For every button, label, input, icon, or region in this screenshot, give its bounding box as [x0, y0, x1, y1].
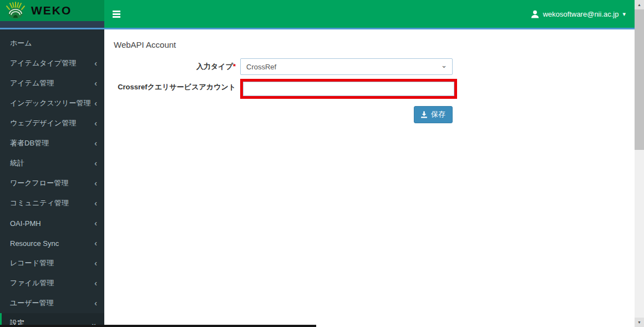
sidebar-item-label: ファイル管理 — [10, 278, 54, 288]
sidebar-item-label: ユーザー管理 — [10, 298, 54, 308]
scroll-down-icon[interactable]: ▼ — [635, 318, 644, 327]
sidebar-item-label: 統計 — [10, 158, 24, 168]
webapi-account-form: 入力タイプ* CrossRef ⌄ Crossrefクエリサービスアカウント — [104, 58, 635, 123]
sidebar-item-index-tree-management[interactable]: インデックスツリー管理 ‹ — [0, 93, 104, 113]
sidebar-item-item-management[interactable]: アイテム管理 ‹ — [0, 73, 104, 93]
chevron-left-icon: ‹ — [94, 199, 97, 207]
page-title: WebAPI Account — [114, 40, 635, 49]
chevron-left-icon: ‹ — [94, 279, 97, 287]
logo-bottom-strip — [0, 21, 104, 28]
brand-logo-area[interactable]: WEKO — [0, 0, 104, 28]
sidebar-item-community-management[interactable]: コミュニティ管理 ‹ — [0, 193, 104, 213]
top-header: WEKO wekosoftware@nii.ac.jp ▾ — [0, 0, 635, 29]
sidebar-item-label: ホーム — [10, 38, 32, 48]
main-content: WebAPI Account 入力タイプ* CrossRef ⌄ Crossre… — [104, 29, 635, 327]
sidebar-item-label: インデックスツリー管理 — [10, 98, 90, 108]
crossref-account-input[interactable] — [243, 82, 454, 96]
sidebar-item-label: ウェブデザイン管理 — [10, 118, 76, 128]
save-button[interactable]: 保存 — [414, 106, 453, 123]
sidebar-nav: ホーム アイテムタイプ管理 ‹ アイテム管理 ‹ インデックスツリー管理 ‹ ウ… — [0, 29, 104, 327]
sidebar-item-author-db-management[interactable]: 著者DB管理 ‹ — [0, 133, 104, 153]
chevron-left-icon: ‹ — [94, 79, 97, 87]
sidebar-item-label: コミュニティ管理 — [10, 198, 69, 208]
top-navbar: wekosoftware@nii.ac.jp ▾ — [104, 0, 635, 28]
sidebar-item-item-type-management[interactable]: アイテムタイプ管理 ‹ — [0, 53, 104, 73]
sidebar-item-label: Resource Sync — [10, 239, 59, 248]
sidebar-item-label: アイテム管理 — [10, 78, 54, 88]
sidebar-toggle-button[interactable] — [104, 0, 129, 28]
sidebar-item-label: アイテムタイプ管理 — [10, 58, 76, 68]
chevron-left-icon: ‹ — [94, 139, 97, 147]
sidebar-item-label: OAI-PMH — [10, 219, 41, 228]
download-icon — [420, 111, 428, 118]
chevron-left-icon: ‹ — [94, 119, 97, 127]
caret-down-icon: ▾ — [622, 11, 626, 17]
chevron-left-icon: ‹ — [94, 59, 97, 67]
page-scrollbar[interactable]: ▲ ▼ — [635, 0, 644, 327]
chevron-left-icon: ‹ — [94, 299, 97, 307]
sidebar-item-label: レコード管理 — [10, 258, 54, 268]
chevron-left-icon: ‹ — [94, 159, 97, 167]
sidebar-item-resource-sync[interactable]: Resource Sync ‹ — [0, 233, 104, 253]
selected-option: CrossRef — [246, 63, 276, 71]
chevron-left-icon: ‹ — [94, 99, 97, 107]
sidebar-item-statistics[interactable]: 統計 ‹ — [0, 153, 104, 173]
sidebar-item-user-management[interactable]: ユーザー管理 ‹ — [0, 293, 104, 313]
user-icon — [531, 10, 539, 18]
weko-logo-icon — [6, 2, 26, 19]
select-chevron-icon: ⌄ — [441, 61, 447, 69]
input-type-label: 入力タイプ* — [104, 62, 240, 72]
sidebar-item-oai-pmh[interactable]: OAI-PMH ‹ — [0, 213, 104, 233]
sidebar-item-label: 著者DB管理 — [10, 138, 49, 148]
chevron-left-icon: ‹ — [94, 259, 97, 267]
save-button-label: 保存 — [431, 109, 445, 119]
input-type-select[interactable]: CrossRef ⌄ — [240, 58, 453, 75]
bottom-edge-strip — [0, 325, 316, 327]
scrollbar-thumb[interactable] — [635, 9, 644, 150]
user-account-menu[interactable]: wekosoftware@nii.ac.jp ▾ — [531, 0, 635, 28]
weko-admin-window: WEKO wekosoftware@nii.ac.jp ▾ ホーム — [0, 0, 644, 327]
highlight-red-box — [240, 79, 457, 99]
sidebar-item-workflow-management[interactable]: ワークフロー管理 ‹ — [0, 173, 104, 193]
user-email: wekosoftware@nii.ac.jp — [543, 10, 619, 18]
required-asterisk: * — [233, 62, 236, 71]
sidebar-item-home[interactable]: ホーム — [0, 33, 104, 53]
chevron-left-icon: ‹ — [94, 219, 97, 227]
chevron-left-icon: ‹ — [94, 239, 97, 247]
scroll-up-icon[interactable]: ▲ — [635, 0, 644, 9]
sidebar-item-web-design-management[interactable]: ウェブデザイン管理 ‹ — [0, 113, 104, 133]
hamburger-icon — [113, 11, 120, 12]
sidebar-item-record-management[interactable]: レコード管理 ‹ — [0, 253, 104, 273]
sidebar-item-file-management[interactable]: ファイル管理 ‹ — [0, 273, 104, 293]
crossref-account-label: Crossrefクエリサービスアカウント — [104, 82, 240, 92]
brand-name: WEKO — [31, 4, 72, 17]
sidebar-item-label: ワークフロー管理 — [10, 178, 68, 188]
chevron-left-icon: ‹ — [94, 179, 97, 187]
